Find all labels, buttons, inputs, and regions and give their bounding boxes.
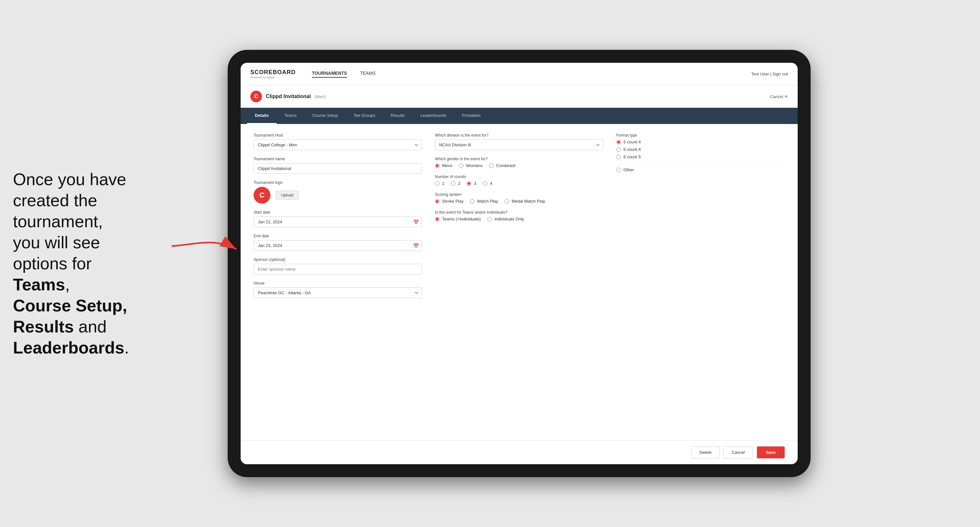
- gender-group: Which gender is the event for? Mens Wome…: [435, 157, 603, 168]
- individuals-only-radio[interactable]: [487, 217, 492, 221]
- gender-combined-radio[interactable]: [489, 163, 493, 168]
- format-6count5-radio[interactable]: [616, 155, 621, 159]
- tournament-name-input[interactable]: [254, 163, 422, 174]
- gender-label: Which gender is the event for?: [435, 157, 603, 161]
- gender-combined-row: Combined: [489, 163, 515, 168]
- venue-group: Venue Peachtree GC - Atlanta - GA: [254, 281, 422, 298]
- sponsor-input[interactable]: [254, 264, 422, 275]
- logo-circle: C: [254, 187, 270, 204]
- scoring-stroke-label: Stroke Play: [442, 199, 463, 204]
- nav-links: TOURNAMENTS TEAMS: [312, 71, 751, 78]
- tournament-name: Clippd Invitational: [266, 94, 311, 99]
- rounds-group: Number of rounds 1 2: [435, 175, 603, 186]
- division-group: Which division is the event for? NCAA Di…: [435, 133, 603, 150]
- upload-button[interactable]: Upload: [275, 190, 299, 200]
- format-6count5-label: 6 count 5: [624, 154, 641, 159]
- gender-combined-label: Combined: [496, 163, 515, 168]
- gender-mens-label: Mens: [442, 163, 452, 168]
- user-area[interactable]: Test User | Sign out: [751, 71, 788, 76]
- teams-individuals-group: Is this event for Teams and/or Individua…: [435, 210, 603, 221]
- tab-results[interactable]: Results: [383, 108, 413, 124]
- tournament-icon: C: [250, 90, 262, 102]
- end-date-input[interactable]: [254, 240, 422, 251]
- rounds-2-radio[interactable]: [451, 181, 455, 186]
- tab-teams[interactable]: Teams: [277, 108, 304, 124]
- scoring-medal-label: Medal Match Play: [512, 199, 545, 204]
- format-other-radio[interactable]: [616, 168, 621, 172]
- top-navigation: SCOREBOARD Powered by clippd TOURNAMENTS…: [241, 63, 798, 86]
- bottom-bar: Delete Cancel Save: [241, 440, 798, 464]
- rounds-4-row: 4: [483, 181, 492, 186]
- rounds-4-label: 4: [490, 181, 492, 186]
- format-6count4-row: 6 count 4: [616, 147, 785, 152]
- scoring-medal-radio[interactable]: [504, 199, 509, 204]
- division-select[interactable]: NCAA Division III: [435, 140, 603, 150]
- gender-womens-row: Womens: [459, 163, 482, 168]
- form-col-3: Format type 5 count 4 6 count 4: [616, 133, 785, 298]
- tournament-header: C Clippd Invitational (Men) Cancel ✕: [241, 86, 798, 108]
- rounds-3-label: 3: [474, 181, 476, 186]
- format-type-label: Format type: [616, 133, 785, 138]
- start-date-group: Start date 📅: [254, 210, 422, 227]
- save-button[interactable]: Save: [757, 446, 785, 459]
- main-content: Tournament Host Clippd College - Men Tou…: [241, 124, 798, 440]
- teams-individuals-label: Is this event for Teams and/or Individua…: [435, 210, 603, 214]
- form-grid: Tournament Host Clippd College - Men Tou…: [254, 133, 785, 298]
- format-5count4-radio[interactable]: [616, 140, 621, 144]
- scoring-match-radio[interactable]: [470, 199, 474, 204]
- end-date-label: End date: [254, 234, 422, 238]
- teams-plus-radio[interactable]: [435, 217, 439, 221]
- rounds-2-label: 2: [458, 181, 460, 186]
- form-col-1: Tournament Host Clippd College - Men Tou…: [254, 133, 422, 298]
- tournament-title-row: C Clippd Invitational (Men): [250, 90, 326, 102]
- format-5count4-label: 5 count 4: [624, 140, 641, 144]
- venue-select[interactable]: Peachtree GC - Atlanta - GA: [254, 287, 422, 298]
- start-date-icon: 📅: [413, 219, 419, 225]
- rounds-radio-group: 1 2 3 4: [435, 181, 603, 186]
- scoring-stroke-radio[interactable]: [435, 199, 439, 204]
- tournament-logo-label: Tournament logo: [254, 180, 422, 185]
- teams-individuals-radio-group: Teams (+Individuals) Individuals Only: [435, 217, 603, 221]
- scoring-match-row: Match Play: [470, 199, 498, 204]
- scoring-radio-group: Stroke Play Match Play Medal Match Play: [435, 199, 603, 204]
- individuals-only-label: Individuals Only: [495, 217, 524, 221]
- nav-teams[interactable]: TEAMS: [360, 71, 375, 78]
- individuals-only-row: Individuals Only: [487, 217, 524, 221]
- tournament-tag: (Men): [315, 94, 326, 99]
- logo-area: SCOREBOARD Powered by clippd: [250, 69, 296, 79]
- logo-upload-area: C Upload: [254, 187, 422, 204]
- form-col-2: Which division is the event for? NCAA Di…: [435, 133, 603, 298]
- venue-label: Venue: [254, 281, 422, 286]
- scoring-group: Scoring system Stroke Play Match Play: [435, 192, 603, 204]
- format-5count4-row: 5 count 4: [616, 140, 785, 144]
- division-label: Which division is the event for?: [435, 133, 603, 138]
- format-6count4-radio[interactable]: [616, 147, 621, 152]
- start-date-label: Start date: [254, 210, 422, 214]
- teams-plus-row: Teams (+Individuals): [435, 217, 481, 221]
- tab-printables[interactable]: Printables: [454, 108, 488, 124]
- rounds-1-radio[interactable]: [435, 181, 439, 186]
- end-date-wrapper: 📅: [254, 240, 422, 251]
- gender-mens-radio[interactable]: [435, 163, 439, 168]
- tournament-host-group: Tournament Host Clippd College - Men: [254, 133, 422, 150]
- format-other-row: Other: [616, 167, 785, 172]
- nav-tournaments[interactable]: TOURNAMENTS: [312, 71, 347, 78]
- cancel-button[interactable]: Cancel: [724, 446, 752, 459]
- tab-leaderboards[interactable]: Leaderboards: [413, 108, 454, 124]
- cancel-x-button[interactable]: Cancel ✕: [770, 94, 788, 99]
- tab-bar: Details Teams Course Setup Tee Groups Re…: [241, 108, 798, 124]
- tournament-host-select[interactable]: Clippd College - Men: [254, 140, 422, 150]
- tournament-name-group: Tournament name: [254, 157, 422, 174]
- rounds-3-radio[interactable]: [467, 181, 471, 186]
- tab-tee-groups[interactable]: Tee Groups: [345, 108, 383, 124]
- scoring-match-label: Match Play: [477, 199, 498, 204]
- tab-details[interactable]: Details: [247, 108, 277, 124]
- tournament-name-label: Tournament name: [254, 157, 422, 161]
- rounds-4-radio[interactable]: [483, 181, 487, 186]
- start-date-input[interactable]: [254, 217, 422, 227]
- delete-button[interactable]: Delete: [692, 446, 720, 459]
- gender-womens-radio[interactable]: [459, 163, 463, 168]
- rounds-1-row: 1: [435, 181, 444, 186]
- gender-mens-row: Mens: [435, 163, 452, 168]
- tab-course-setup[interactable]: Course Setup: [304, 108, 346, 124]
